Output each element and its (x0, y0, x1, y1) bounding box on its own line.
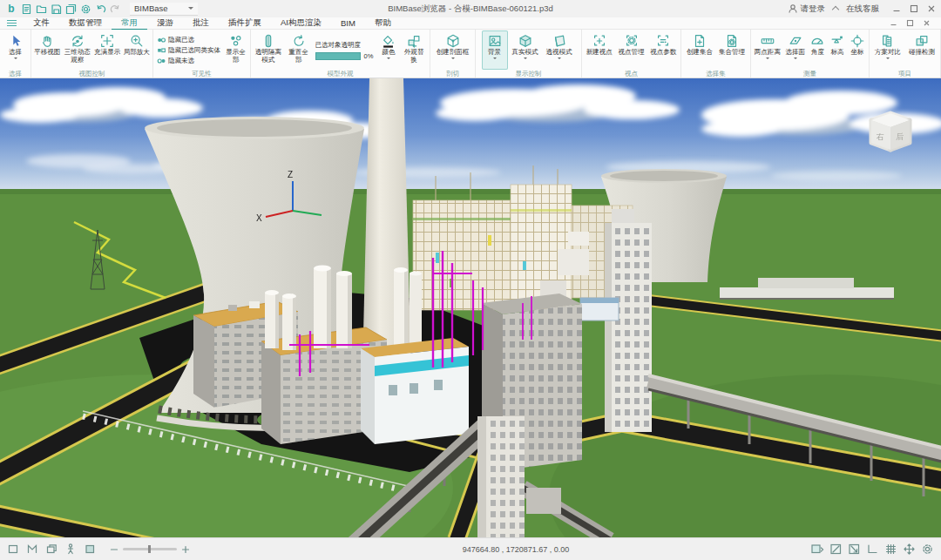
cursor-coordinates: 947664.80 , 1720871.67 , 0.00 (463, 545, 570, 554)
ribbon-group-project: 方案对比 碰撞检测 项目 (870, 30, 941, 78)
create-set-button[interactable]: 创建集合 (684, 30, 715, 70)
blue-roof-box[interactable] (580, 298, 619, 320)
chevron-down-icon (524, 57, 527, 61)
tab-annotation[interactable]: 批注 (183, 17, 219, 29)
tab-common[interactable]: 常用 (112, 17, 147, 30)
minimize-button[interactable] (892, 4, 901, 13)
viewpoint-params-button[interactable]: 视点参数 (647, 30, 679, 70)
render-mode-icon[interactable] (84, 543, 97, 556)
snap-nearest-icon[interactable] (848, 543, 861, 556)
new-file-icon[interactable] (20, 3, 32, 15)
collision-check-button[interactable]: 碰撞检测 (905, 30, 938, 70)
redo-icon[interactable] (109, 3, 121, 15)
tab-plugin-extension[interactable]: 插件扩展 (219, 17, 271, 29)
background-button[interactable]: 背景 (482, 30, 508, 70)
viewcube-front-face-label[interactable]: 后 (896, 132, 904, 141)
undo-icon[interactable] (94, 3, 106, 15)
grid-icon[interactable] (884, 543, 897, 556)
snap-endpoint-icon[interactable] (829, 543, 843, 556)
new-viewpoint-button[interactable]: 新建视点 (584, 30, 615, 70)
tab-bim[interactable]: BIM (331, 18, 365, 28)
magnifier-icon (129, 32, 145, 49)
select-face-button[interactable]: 选择面 (783, 30, 808, 70)
protractor-icon (809, 32, 825, 49)
ribbon-group-view-control: 平移视图 三维动态观察 充满显示 局部放大 视图控制 (31, 30, 153, 78)
tab-file[interactable]: 文件 (24, 17, 59, 29)
tab-data-management[interactable]: 数据管理 (59, 17, 112, 29)
background-photo-icon (487, 32, 503, 49)
save-as-icon[interactable] (64, 3, 77, 15)
show-all-button[interactable]: 显示全部 (223, 30, 248, 70)
transparent-isolation-button[interactable]: 透明隔离模式 (253, 30, 284, 70)
restore-window-icon[interactable] (45, 543, 58, 556)
workspace-combo-value: BIMBase (134, 3, 168, 13)
select-button[interactable]: 选择 (7, 30, 24, 70)
quick-access-toolbar: b (5, 3, 121, 15)
doc-plus-icon (692, 32, 707, 49)
zoom-fit-button[interactable]: 充满显示 (93, 30, 122, 70)
user-icon (788, 3, 798, 14)
coordinate-button[interactable]: 坐标 (848, 30, 867, 70)
close-button[interactable] (927, 4, 936, 13)
transparency-label: 已选对象透明度 (315, 41, 376, 50)
doc-close-button[interactable] (923, 19, 931, 27)
maximize-button[interactable] (910, 4, 918, 13)
hide-unselected-button[interactable]: 隐藏未选 (157, 57, 220, 65)
tab-ai-render[interactable]: AI构思渲染 (271, 17, 331, 29)
zoom-in-icon[interactable] (181, 545, 190, 554)
distance-button[interactable]: 两点距离 (753, 30, 782, 70)
elevation-icon (829, 32, 845, 49)
elevation-button[interactable]: 标高 (828, 30, 847, 70)
level-icon[interactable] (866, 543, 879, 556)
zoom-out-icon[interactable] (110, 545, 118, 554)
move-gizmo-icon[interactable] (903, 543, 916, 556)
crosshair-target-icon (850, 32, 865, 49)
window-title: BIMBase浏览器 - 合模-BIMBase-060121.p3d (388, 3, 553, 15)
viewpoint-manage-button[interactable]: 视点管理 (616, 30, 647, 70)
hide-selected-same-type-button[interactable]: 隐藏已选同类实体 (157, 46, 220, 55)
create-section-box-button[interactable]: 创建剖面框 (436, 30, 470, 70)
orbit-button[interactable]: 三维动态观察 (63, 30, 92, 70)
zoom-slider-handle[interactable] (148, 545, 151, 553)
section-cube-icon (445, 32, 461, 49)
show-all-icon (228, 32, 244, 49)
transparency-slider-block: 已选对象透明度 0% (314, 30, 377, 70)
section-view-icon[interactable] (26, 543, 39, 556)
settings-gear-icon[interactable] (921, 543, 934, 556)
login-button[interactable]: 请登录 (788, 3, 826, 15)
angle-button[interactable]: 角度 (809, 30, 828, 70)
menu-hamburger-icon[interactable] (7, 20, 17, 26)
realistic-mode-button[interactable]: 真实模式 (509, 30, 542, 70)
reset-all-button[interactable]: 重置全部 (285, 30, 313, 70)
zoom-slider[interactable] (123, 548, 177, 550)
appearance-replace-button[interactable]: 外观替换 (400, 30, 428, 70)
set-manage-button[interactable]: 集合管理 (716, 30, 748, 70)
online-support-link[interactable]: 在线客服 (846, 3, 879, 15)
hide-selected-button[interactable]: 隐藏已选 (157, 36, 220, 44)
zoom-window-button[interactable]: 局部放大 (122, 30, 151, 70)
wireframe-box-icon[interactable] (7, 543, 20, 556)
tab-roam[interactable]: 漫游 (147, 17, 183, 29)
scheme-compare-button[interactable]: 方案对比 (871, 30, 904, 70)
viewcube-left-face-label[interactable]: 右 (876, 132, 884, 141)
viewport-preset-icon[interactable] (810, 543, 824, 556)
pan-view-button[interactable]: 平移视图 (33, 30, 62, 70)
doc-restore-button[interactable] (906, 19, 914, 27)
color-button[interactable]: 颜色 (378, 30, 399, 70)
open-file-icon[interactable] (35, 3, 47, 15)
paint-bucket-icon (381, 32, 396, 49)
chevron-down-icon (766, 57, 769, 61)
3d-viewport[interactable]: Z X 右 后 (0, 78, 941, 537)
walkthrough-person-icon[interactable] (64, 543, 78, 556)
doc-minimize-button[interactable] (890, 19, 897, 27)
settings-gear-icon[interactable] (79, 3, 91, 15)
workspace-combo[interactable]: BIMBase (130, 3, 198, 16)
transparency-slider[interactable] (315, 52, 361, 60)
perspective-mode-button[interactable]: 透视模式 (543, 30, 576, 70)
collapse-ribbon-icon[interactable] (832, 6, 839, 13)
view-cube[interactable]: 右 后 (871, 113, 910, 150)
save-icon[interactable] (50, 3, 62, 15)
tab-help[interactable]: 帮助 (365, 17, 401, 29)
ribbon-group-model-appearance: 透明隔离模式 重置全部 已选对象透明度 0% 颜色 外观替换 (251, 30, 430, 78)
ribbon-group-visibility: 隐藏已选 隐藏已选同类实体 隐藏未选 显示全部 可见性 (153, 30, 251, 78)
